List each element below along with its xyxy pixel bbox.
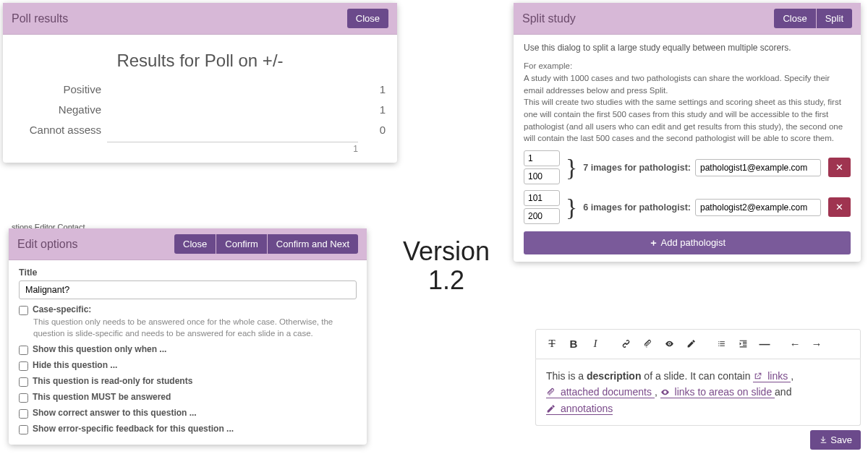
option-row: Hide this question ...: [19, 360, 357, 371]
poll-heading: Results for Poll on +/-: [14, 51, 386, 71]
option-checkbox[interactable]: [19, 346, 28, 355]
poll-header: Poll results Close: [3, 3, 397, 35]
clear-format-icon[interactable]: T: [542, 334, 562, 354]
pathologist-row: }7 images for pathologist:✕: [524, 150, 851, 184]
poll-row-label: Negative: [14, 103, 101, 116]
editor-toolbar: T B I — ← →: [535, 329, 861, 359]
hr-icon[interactable]: —: [754, 334, 775, 354]
range-count-label: 7 images for pathologist:: [583, 161, 691, 174]
add-pathologist-button[interactable]: ＋ Add pathologist: [524, 231, 851, 254]
pathologist-email-input[interactable]: [695, 199, 821, 216]
remove-pathologist-button[interactable]: ✕: [828, 158, 851, 177]
pathologist-row: }6 images for pathologist:✕: [524, 190, 851, 224]
split-example-heading: For example:: [524, 60, 851, 72]
option-label: This question is read-only for students: [33, 376, 192, 386]
close-button[interactable]: Close: [774, 9, 815, 28]
edit-header: Edit options Close Confirm Confirm and N…: [9, 228, 367, 260]
edit-title: Edit options: [17, 238, 78, 251]
plus-icon: ＋: [649, 237, 661, 248]
pathologist-email-input[interactable]: [695, 159, 821, 176]
option-row: This question is read-only for students: [19, 376, 357, 387]
confirm-button[interactable]: Confirm: [216, 234, 267, 254]
range-from-input[interactable]: [524, 150, 560, 166]
undo-arrow-icon[interactable]: ←: [785, 334, 805, 354]
poll-row: Positive1: [14, 81, 386, 97]
italic-icon[interactable]: I: [585, 334, 605, 354]
confirm-next-button[interactable]: Confirm and Next: [268, 234, 358, 254]
split-button[interactable]: Split: [817, 9, 852, 28]
poll-row-value: 1: [364, 83, 386, 95]
option-row: Show correct answer to this question ...: [19, 408, 357, 419]
outdent-icon[interactable]: [733, 334, 753, 354]
option-label: Show this question only when ...: [33, 344, 166, 354]
range-to-input[interactable]: [524, 168, 560, 184]
option-row: Show this question only when ...: [19, 344, 357, 355]
range-from-input[interactable]: [524, 190, 560, 206]
option-row: Show error-specific feedback for this qu…: [19, 424, 357, 434]
attachment-icon[interactable]: [637, 334, 658, 354]
link-links[interactable]: links: [753, 370, 791, 382]
option-checkbox[interactable]: [19, 425, 28, 434]
split-help-1: A study with 1000 cases and two patholog…: [524, 72, 851, 96]
close-button[interactable]: Close: [347, 9, 388, 28]
edit-buttons: Close Confirm Confirm and Next: [174, 234, 358, 254]
split-help-2: This will create two studies with the sa…: [524, 96, 851, 145]
split-header: Split study Close Split: [514, 3, 861, 35]
close-button[interactable]: Close: [174, 234, 216, 254]
remove-pathologist-button[interactable]: ✕: [828, 197, 851, 217]
option-label: Show correct answer to this question ...: [33, 408, 197, 418]
list-icon[interactable]: [711, 334, 731, 354]
range-to-input[interactable]: [524, 208, 560, 224]
poll-row-value: 1: [364, 103, 386, 116]
description-editor: T B I — ← → This is a description of a s…: [535, 329, 861, 450]
split-title: Split study: [522, 12, 576, 25]
option-label: Show error-specific feedback for this qu…: [33, 424, 234, 434]
redo-arrow-icon[interactable]: →: [807, 334, 827, 354]
download-icon: [819, 435, 828, 445]
poll-row: Negative1: [14, 101, 386, 117]
case-specific-checkbox[interactable]: [19, 306, 28, 315]
poll-row-label: Cannot assess: [14, 124, 101, 136]
option-label: This question MUST be answered: [33, 392, 171, 402]
link-areas[interactable]: links to areas on slide: [660, 386, 775, 398]
save-button[interactable]: Save: [810, 430, 861, 450]
option-label: Hide this question ...: [33, 360, 117, 370]
case-specific-label: Case-specific:: [33, 304, 91, 314]
version-label: Version 1.2: [385, 237, 508, 294]
poll-row: Cannot assess0: [14, 121, 386, 137]
title-input[interactable]: [19, 280, 357, 299]
case-specific-help: This question only needs to be answered …: [33, 317, 357, 339]
link-annotations[interactable]: annotations: [546, 403, 613, 415]
poll-row-value: 0: [364, 124, 386, 136]
poll-title: Poll results: [12, 12, 68, 25]
option-checkbox[interactable]: [19, 377, 28, 387]
edit-options-dialog: Edit options Close Confirm Confirm and N…: [9, 228, 367, 445]
option-row: This question MUST be answered: [19, 392, 357, 403]
brace-icon: }: [566, 197, 577, 217]
split-intro: Use this dialog to split a large study e…: [524, 42, 851, 54]
poll-row-label: Positive: [14, 83, 101, 95]
option-checkbox[interactable]: [19, 361, 28, 371]
edit-icon[interactable]: [681, 334, 701, 354]
poll-axis-max: 1: [107, 142, 358, 154]
split-study-dialog: Split study Close Split Use this dialog …: [514, 3, 861, 262]
editor-content[interactable]: This is a description of a slide. It can…: [535, 359, 861, 426]
link-icon[interactable]: [616, 334, 636, 354]
eye-icon[interactable]: [659, 334, 679, 354]
option-checkbox[interactable]: [19, 409, 28, 419]
range-count-label: 6 images for pathologist:: [583, 201, 691, 214]
title-label: Title: [19, 267, 357, 278]
bold-icon[interactable]: B: [563, 334, 584, 354]
option-checkbox[interactable]: [19, 393, 28, 403]
link-attached[interactable]: attached documents: [546, 386, 655, 398]
poll-results-dialog: Poll results Close Results for Poll on +…: [3, 3, 397, 163]
brace-icon: }: [566, 158, 577, 177]
